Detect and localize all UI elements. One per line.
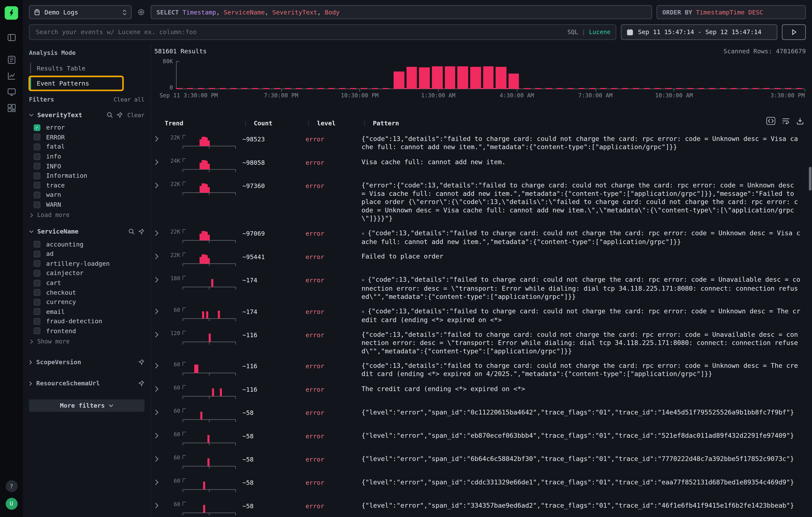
histogram-bar[interactable]	[457, 66, 468, 89]
table-row[interactable]: 22K~97360error{"error":{"code":13,"detai…	[152, 178, 806, 225]
row-pattern[interactable]: {"level":"error","span_id":"cddc331329e6…	[361, 475, 806, 489]
severity-load-more[interactable]: Load more	[29, 210, 144, 220]
row-expand-chevron[interactable]	[152, 249, 165, 259]
filter-option[interactable]: cart	[29, 278, 144, 288]
filter-option[interactable]: artillery-loadgen	[29, 259, 144, 268]
filter-option[interactable]: email	[29, 307, 144, 317]
row-expand-chevron[interactable]	[152, 358, 165, 369]
filter-option[interactable]: fraud-detection	[29, 317, 144, 326]
search-input[interactable]	[35, 28, 562, 36]
analysis-mode-results-table[interactable]: Results Table	[30, 63, 122, 74]
filter-option[interactable]: ad	[29, 249, 144, 259]
table-row[interactable]: 60~174error×{"code":13,"details":"failed…	[152, 304, 806, 327]
filter-option[interactable]: ERROR	[29, 133, 144, 142]
histogram-bar[interactable]	[509, 74, 519, 89]
row-pattern[interactable]: Failed to place order	[361, 249, 806, 263]
row-expand-chevron[interactable]	[152, 475, 165, 485]
row-expand-chevron[interactable]	[152, 178, 165, 189]
pin-icon[interactable]	[138, 380, 145, 387]
filter-option[interactable]: WARN	[29, 200, 144, 209]
filter-option[interactable]: accounting	[29, 239, 144, 249]
row-pattern[interactable]: {"level":"error","span_id":"0c11220615ba…	[361, 405, 806, 419]
histogram-bar[interactable]	[470, 67, 481, 89]
checkbox[interactable]	[34, 241, 40, 248]
view-source-button[interactable]	[766, 117, 775, 125]
filter-option[interactable]: ✓error	[29, 123, 144, 133]
histogram-bar[interactable]	[496, 67, 506, 89]
row-pattern[interactable]: ×{"code":13,"details":"failed to charge …	[361, 225, 806, 249]
checkbox[interactable]	[34, 289, 40, 296]
more-filters-button[interactable]: More filters	[29, 399, 144, 412]
checkbox[interactable]	[34, 270, 40, 277]
checkbox[interactable]	[34, 172, 40, 179]
checkbox-checked[interactable]: ✓	[34, 124, 40, 131]
checkbox[interactable]	[34, 182, 40, 189]
row-pattern[interactable]: ×{"code":13,"details":"failed to charge …	[361, 272, 806, 304]
checkbox[interactable]	[34, 192, 40, 198]
panel-toggle-icon[interactable]	[7, 33, 16, 42]
pin-icon[interactable]	[117, 112, 123, 118]
table-row[interactable]: 22K~95441errorFailed to place order	[152, 249, 806, 272]
row-expand-chevron[interactable]	[152, 451, 165, 462]
histogram-bar[interactable]	[432, 66, 442, 89]
table-row[interactable]: 22K~98523error{"code":13,"details":"fail…	[152, 131, 806, 154]
row-expand-chevron[interactable]	[152, 131, 165, 142]
source-select[interactable]: Demo Logs	[29, 5, 132, 19]
app-logo[interactable]	[5, 6, 18, 20]
filter-option[interactable]: checkout	[29, 288, 144, 297]
chart-icon[interactable]	[7, 71, 16, 80]
download-button[interactable]	[796, 117, 804, 124]
run-query-button[interactable]	[782, 24, 806, 40]
row-pattern[interactable]: {"level":"error","span_id":"eb870ecef063…	[361, 428, 806, 442]
row-expand-chevron[interactable]	[152, 428, 165, 439]
orderby-input[interactable]: ORDER BY TimestampTime DESC	[657, 5, 806, 19]
filter-option[interactable]: cainjector	[29, 268, 144, 278]
row-expand-chevron[interactable]	[152, 327, 165, 338]
scope-version-group[interactable]: ScopeVersion	[29, 357, 144, 367]
table-row[interactable]: 60~58error{"level":"error","span_id":"cd…	[152, 475, 806, 498]
filter-option[interactable]: warn	[29, 190, 144, 200]
checkbox[interactable]	[34, 308, 40, 315]
filter-option[interactable]: info	[29, 152, 144, 161]
row-pattern[interactable]: {"code":13,"details":"failed to charge c…	[361, 327, 806, 358]
row-pattern[interactable]: {"level":"error","span_id":"334357bae9ed…	[361, 498, 806, 512]
lucene-mode-label[interactable]: Lucene	[589, 29, 611, 36]
checkbox[interactable]	[34, 163, 40, 169]
row-expand-chevron[interactable]	[152, 225, 165, 236]
histogram-bar[interactable]	[394, 71, 404, 89]
row-pattern[interactable]: {"level":"error","span_id":"6b64c6c58842…	[361, 451, 806, 466]
row-pattern[interactable]: The credit card (ending <*> expired on <…	[361, 381, 806, 396]
search-icon[interactable]	[128, 229, 135, 235]
select-query-input[interactable]: SELECT Timestamp, ServiceName, SeverityT…	[151, 5, 652, 19]
table-row[interactable]: 60~58error{"level":"error","span_id":"33…	[152, 498, 806, 517]
table-row[interactable]: 60~58error{"level":"error","span_id":"eb…	[152, 428, 806, 451]
checkbox[interactable]	[34, 201, 40, 208]
checkbox[interactable]	[34, 143, 40, 150]
service-group-header[interactable]: ServiceName	[29, 227, 144, 237]
pin-icon[interactable]	[138, 359, 145, 365]
monitor-icon[interactable]	[7, 88, 16, 96]
filter-option[interactable]: Information	[29, 171, 144, 180]
resource-schema-url-group[interactable]: ResourceSchemaUrl	[29, 378, 144, 389]
table-row[interactable]: 24K~98058errorVisa cache full: cannot ad…	[152, 154, 806, 177]
filter-option[interactable]: fatal	[29, 142, 144, 152]
checkbox[interactable]	[34, 328, 40, 334]
checkbox[interactable]	[34, 280, 40, 286]
service-show-more[interactable]: Show more	[29, 337, 144, 346]
dashboard-grid-icon[interactable]	[7, 104, 16, 112]
row-expand-chevron[interactable]	[152, 498, 165, 509]
wrap-lines-button[interactable]	[782, 118, 790, 124]
checkbox[interactable]	[34, 134, 40, 141]
column-separator[interactable]: ⋮	[361, 120, 368, 127]
row-expand-chevron[interactable]	[152, 405, 165, 415]
table-row[interactable]: 60~116error{"code":13,"details":"failed …	[152, 358, 806, 381]
clear-all-filters-button[interactable]: Clear all	[114, 96, 145, 103]
trend-column-header[interactable]: Trend	[165, 120, 242, 127]
analysis-mode-event-patterns[interactable]: Event Patterns	[30, 77, 122, 89]
histogram-bar[interactable]	[483, 66, 494, 89]
search-icon[interactable]	[107, 112, 113, 118]
histogram-bar[interactable]	[419, 67, 430, 89]
checkbox[interactable]	[34, 251, 40, 257]
severity-group-header[interactable]: SeverityText Clear	[29, 110, 144, 120]
checkbox[interactable]	[34, 318, 40, 325]
